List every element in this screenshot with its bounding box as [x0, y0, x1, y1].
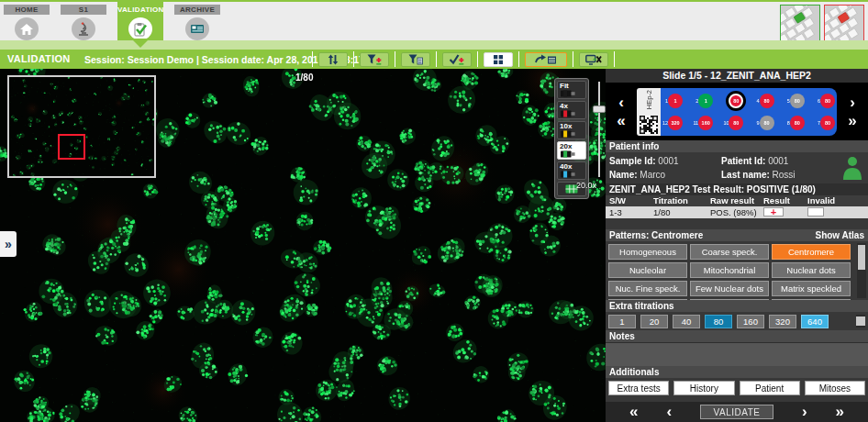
- result-table-row[interactable]: 1-3 1/80 POS. (98%) +: [606, 206, 868, 218]
- zoom-slider[interactable]: [595, 82, 604, 177]
- pattern-button-clipped[interactable]: [608, 299, 687, 300]
- row-sw-value: 1-3: [609, 206, 653, 218]
- overview-thumbnail[interactable]: [7, 75, 156, 178]
- zoom-slider-track[interactable]: [598, 82, 600, 177]
- titration-button-40[interactable]: 40: [673, 315, 700, 328]
- toolbar-separator: [395, 51, 395, 67]
- keyboard-positive-button[interactable]: [780, 5, 820, 43]
- slide-well-11: 11160: [693, 116, 713, 130]
- notes-input[interactable]: [606, 342, 868, 366]
- keyboard-negative-button[interactable]: [824, 5, 864, 43]
- well-titer-button[interactable]: 160: [698, 116, 713, 130]
- patterns-scrollbar-thumb[interactable]: [858, 245, 865, 270]
- add-filter-button[interactable]: [360, 52, 389, 67]
- zoom-20x-button[interactable]: 20x: [557, 141, 586, 160]
- well-titer-button[interactable]: 80: [729, 94, 743, 108]
- well-titer-button[interactable]: 80: [729, 116, 743, 130]
- slide-wells-top-row: 1121380480580680: [662, 94, 835, 108]
- zoom-40x-button[interactable]: 40x: [557, 161, 586, 180]
- titration-button-80[interactable]: 80: [705, 315, 732, 328]
- additionals-buttons-row: Extra testsHistoryPatientMitoses: [606, 378, 868, 398]
- objective-icon: [560, 171, 576, 178]
- next-sample-button[interactable]: ›: [802, 404, 807, 420]
- tab-home-label: HOME: [4, 5, 50, 15]
- additional-button-extra-tests[interactable]: Extra tests: [608, 381, 669, 395]
- well-titer-button[interactable]: 1: [668, 94, 683, 108]
- sort-arrows-icon: [327, 54, 339, 65]
- patient-info-header: Patient info: [606, 140, 868, 152]
- slide-well-10: 1080: [723, 116, 743, 130]
- side-panel-expander[interactable]: »: [0, 231, 17, 257]
- pattern-button-nucleolar[interactable]: Nucleolar: [608, 262, 687, 278]
- additional-button-history[interactable]: History: [673, 381, 734, 395]
- show-atlas-link[interactable]: Show Atlas: [815, 229, 864, 241]
- patient-details-button[interactable]: [837, 154, 868, 182]
- zoom-slider-handle[interactable]: [593, 106, 606, 113]
- sort-slides-button[interactable]: [318, 52, 348, 67]
- slide-well-4: 480: [754, 94, 774, 108]
- additionals-header: Additionals: [606, 366, 868, 378]
- pattern-button-homogeneous[interactable]: Homogeneous: [608, 244, 687, 260]
- slide-well-2: 21: [693, 94, 713, 108]
- zoom-10x-button[interactable]: 10x: [557, 121, 586, 139]
- previous-slide-button[interactable]: «: [617, 115, 625, 128]
- extra-titrations-row: 1204080160320640: [606, 312, 868, 330]
- pattern-button-nuc-fine-speck[interactable]: Nuc. Fine speck.: [608, 281, 687, 296]
- well-position-label: 5: [785, 98, 790, 104]
- close-session-button[interactable]: [579, 52, 608, 67]
- last-sample-button[interactable]: »: [836, 404, 844, 420]
- well-titer-button[interactable]: 320: [668, 116, 683, 130]
- patient-info-body: Sample Id: 0001 Patient Id: 0001 Name: M…: [606, 152, 868, 183]
- pattern-button-mitochondrial[interactable]: Mitochondrial: [690, 262, 769, 278]
- titration-button-320[interactable]: 320: [769, 315, 796, 328]
- previous-well-button[interactable]: ‹: [618, 96, 624, 109]
- well-titer-button[interactable]: 80: [760, 94, 774, 108]
- session-bar: VALIDATION Session: Session Demo | Sessi…: [0, 50, 868, 69]
- titration-button-160[interactable]: 160: [737, 315, 764, 328]
- invalid-checkbox[interactable]: [807, 207, 824, 217]
- extra-titrations-scrollbar[interactable]: [856, 315, 865, 328]
- slide-well-9: 980: [754, 116, 774, 130]
- session-toolbar: [306, 50, 620, 68]
- additional-button-patient[interactable]: Patient: [740, 381, 800, 395]
- well-titer-button[interactable]: 80: [820, 116, 835, 130]
- pattern-button-coarse-speck[interactable]: Coarse speck.: [690, 244, 769, 260]
- next-slide-button[interactable]: »: [848, 115, 856, 128]
- validate-button[interactable]: VALIDATE: [700, 405, 773, 419]
- zoom-fit-button[interactable]: Fit: [557, 81, 586, 99]
- pattern-button-matrix-speckled[interactable]: Matrix speckled: [772, 281, 851, 296]
- well-titer-button[interactable]: 1: [698, 94, 713, 108]
- pattern-button-centromere[interactable]: Centromere: [772, 244, 851, 260]
- magnification-buttons: Fit4x10x20x40x: [557, 81, 586, 180]
- previous-sample-button[interactable]: ‹: [666, 404, 672, 420]
- send-to-worklist-button[interactable]: [525, 52, 567, 67]
- zoom-4x-button[interactable]: 4x: [557, 101, 586, 119]
- patient-person-icon: [842, 156, 862, 180]
- well-titer-button[interactable]: 80: [820, 94, 835, 108]
- tab-s1[interactable]: S1: [61, 2, 106, 40]
- well-titer-button[interactable]: 80: [790, 116, 805, 130]
- field-of-view-rectangle[interactable]: [58, 134, 85, 160]
- well-titer-button[interactable]: 80: [760, 116, 774, 130]
- pattern-button-clipped[interactable]: [690, 299, 769, 300]
- pattern-button-clipped[interactable]: [772, 299, 851, 300]
- grid-view-button[interactable]: [484, 52, 513, 67]
- tab-archive[interactable]: ARCHIVE: [174, 2, 220, 40]
- tab-home[interactable]: HOME: [4, 2, 50, 40]
- result-table-header: S/W Titration Raw result Result Invalid: [606, 195, 868, 206]
- well-titer-button[interactable]: 80: [790, 94, 805, 108]
- archive-icon: [185, 17, 209, 40]
- titration-button-640[interactable]: 640: [801, 315, 829, 328]
- validate-add-button[interactable]: [442, 52, 472, 67]
- titration-button-20[interactable]: 20: [640, 315, 668, 328]
- pattern-button-nuclear-dots[interactable]: Nuclear dots: [772, 262, 851, 278]
- tab-validation[interactable]: VALIDATION: [117, 2, 163, 40]
- next-well-button[interactable]: ›: [850, 96, 855, 109]
- col-sw: S/W: [609, 195, 653, 206]
- filter-report-button[interactable]: [401, 52, 430, 67]
- pattern-button-few-nuclear-dots[interactable]: Few Nuclear dots: [690, 281, 769, 296]
- titration-button-1[interactable]: 1: [608, 315, 636, 328]
- patterns-scrollbar[interactable]: [857, 243, 866, 298]
- additional-button-mitoses[interactable]: Mitoses: [805, 381, 865, 395]
- first-sample-button[interactable]: «: [629, 404, 638, 420]
